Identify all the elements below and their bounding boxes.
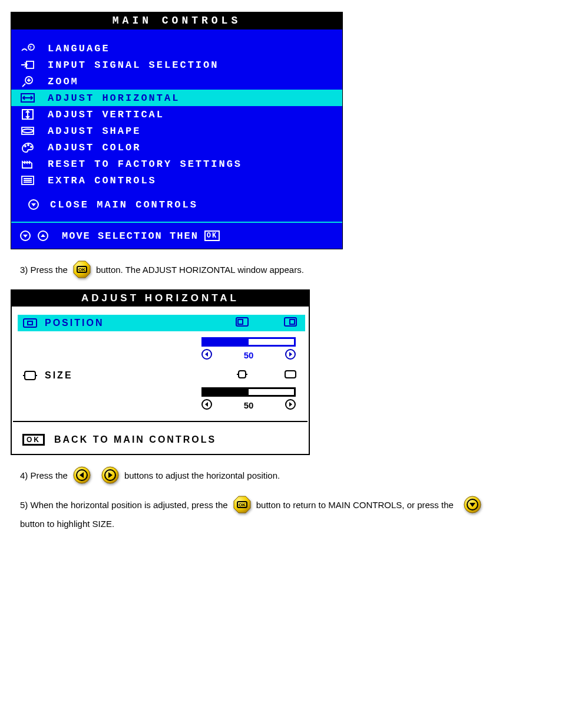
position-icon [22, 318, 38, 328]
svg-point-7 [25, 146, 26, 147]
step-4-text: 4) Press the buttons to adjust the horiz… [20, 466, 551, 485]
menu-item-label: ADJUST COLOR [48, 142, 141, 153]
menu-item-label: ADJUST HORIZONTAL [48, 93, 180, 104]
adjust-horizontal-panel: ADJUST HORIZONTAL POSITION 50 [11, 289, 310, 455]
step-5-text: 5) When the horizontal position is adjus… [20, 495, 550, 529]
menu-item-adjust-color[interactable]: ADJUST COLOR [11, 139, 342, 156]
adjust-horizontal-icon [19, 91, 36, 104]
svg-rect-27 [285, 371, 296, 378]
hw-right-button[interactable] [101, 466, 120, 485]
menu-item-label: INPUT SIGNAL SELECTION [48, 60, 219, 71]
menu-item-reset-factory[interactable]: RESET TO FACTORY SETTINGS [11, 156, 342, 172]
menu-item-label: ADJUST VERTICAL [48, 109, 164, 120]
adjust-color-icon [19, 141, 36, 154]
svg-rect-18 [28, 321, 32, 325]
adjust-row-label: POSITION [45, 318, 104, 328]
down-arrow-icon [19, 230, 31, 242]
step-3-text: 3) Press the OK button. The ADJUST HORIZ… [20, 260, 551, 279]
svg-text:OK: OK [239, 502, 246, 508]
close-main-controls-label: CLOSE MAIN CONTROLS [50, 199, 198, 210]
menu-item-language[interactable]: ? LANGUAGE [11, 40, 342, 57]
svg-rect-22 [290, 319, 295, 324]
svg-text:OK: OK [78, 267, 85, 272]
svg-point-8 [28, 144, 29, 146]
svg-rect-6 [22, 127, 34, 134]
adjust-row-position[interactable]: POSITION 50 [12, 312, 309, 365]
svg-rect-20 [238, 319, 243, 324]
input-icon [19, 58, 36, 71]
up-arrow-icon [37, 230, 49, 242]
svg-point-9 [31, 146, 32, 147]
menu-item-zoom[interactable]: ZOOM [11, 73, 342, 90]
shift-right-icon [284, 317, 297, 329]
left-arrow-icon[interactable] [201, 399, 212, 411]
extra-controls-icon [19, 174, 36, 187]
zoom-icon [19, 75, 36, 88]
size-icon [22, 370, 38, 381]
hw-ok-button[interactable]: OK [72, 260, 91, 279]
back-label: BACK TO MAIN CONTROLS [54, 434, 216, 445]
right-arrow-icon[interactable] [285, 399, 296, 411]
menu-item-adjust-horizontal[interactable]: ADJUST HORIZONTAL [11, 90, 342, 106]
hw-left-button[interactable] [72, 466, 91, 485]
left-arrow-icon[interactable] [201, 349, 212, 361]
main-controls-title: MAIN CONTROLS [11, 12, 342, 29]
right-arrow-icon[interactable] [285, 349, 296, 361]
adjust-row-label: SIZE [45, 370, 73, 381]
svg-rect-25 [25, 371, 35, 380]
menu-item-adjust-shape[interactable]: ADJUST SHAPE [11, 123, 342, 139]
svg-rect-26 [239, 371, 246, 378]
size-narrow-icon [236, 370, 249, 381]
menu-item-label: LANGUAGE [48, 43, 110, 54]
main-controls-footer: MOVE SELECTION THEN OK [11, 224, 342, 249]
menu-item-label: EXTRA CONTROLS [48, 175, 157, 186]
shift-left-icon [236, 317, 249, 329]
hw-ok-button[interactable]: OK [233, 495, 252, 514]
svg-rect-17 [24, 319, 37, 327]
footer-text: MOVE SELECTION THEN [62, 230, 199, 242]
factory-icon [19, 157, 36, 170]
menu-item-label: ADJUST SHAPE [48, 126, 141, 137]
menu-item-label: RESET TO FACTORY SETTINGS [48, 159, 242, 170]
back-to-main-controls[interactable]: OK BACK TO MAIN CONTROLS [12, 428, 309, 454]
main-controls-menu: ? LANGUAGE INPUT SIGNAL SELECTION ZOOM A… [11, 29, 342, 220]
close-down-icon [25, 198, 42, 211]
main-controls-panel: MAIN CONTROLS ? LANGUAGE INPUT SIGNAL SE… [11, 12, 343, 249]
adjust-value: 50 [244, 350, 254, 360]
language-icon: ? [19, 42, 36, 55]
adjust-shape-icon [19, 124, 36, 137]
hw-down-button[interactable] [463, 495, 482, 514]
close-main-controls[interactable]: CLOSE MAIN CONTROLS [11, 189, 342, 220]
size-wide-icon [284, 370, 297, 381]
svg-text:?: ? [29, 45, 34, 50]
adjust-separator [13, 421, 308, 422]
menu-item-label: ZOOM [48, 76, 79, 87]
menu-item-adjust-vertical[interactable]: ADJUST VERTICAL [11, 106, 342, 123]
adjust-value: 50 [244, 400, 254, 410]
main-controls-separator [11, 222, 342, 223]
menu-item-extra-controls[interactable]: EXTRA CONTROLS [11, 172, 342, 189]
adjust-horizontal-title: ADJUST HORIZONTAL [12, 291, 309, 307]
adjust-vertical-icon [19, 108, 36, 121]
ok-icon: OK [22, 434, 45, 446]
ok-icon: OK [204, 230, 220, 241]
adjust-row-size[interactable]: SIZE 50 [12, 365, 309, 415]
menu-item-input[interactable]: INPUT SIGNAL SELECTION [11, 57, 342, 73]
